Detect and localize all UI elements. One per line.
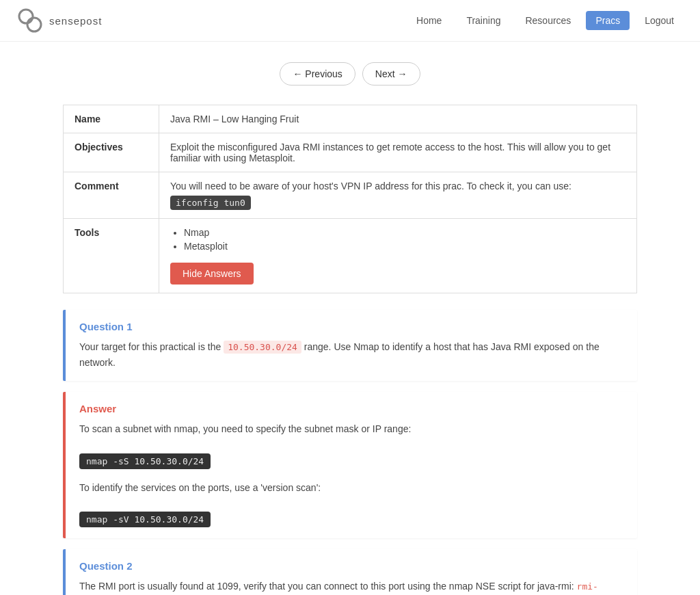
question-1-title: Question 1 — [79, 321, 623, 332]
svg-point-0 — [19, 10, 33, 23]
navbar: sensepost Home Training Resources Pracs … — [0, 0, 700, 42]
logo-icon — [16, 7, 44, 34]
name-row: Name Java RMI – Low Hanging Fruit — [64, 105, 637, 133]
comment-label: Comment — [64, 172, 159, 219]
hide-answers-button[interactable]: Hide Answers — [170, 263, 254, 285]
objectives-label: Objectives — [64, 133, 159, 172]
next-button[interactable]: Next → — [362, 62, 420, 85]
tool-nmap: Nmap — [184, 227, 625, 238]
question-2-text: The RMI port is usually found at 1099, v… — [79, 579, 623, 595]
info-table: Name Java RMI – Low Hanging Fruit Object… — [63, 105, 637, 293]
tools-value: Nmap Metasploit Hide Answers — [159, 219, 637, 293]
nav-home[interactable]: Home — [407, 11, 451, 30]
tools-label: Tools — [64, 219, 159, 293]
main-content: ← Previous Next → Name Java RMI – Low Ha… — [49, 42, 651, 595]
nav-training[interactable]: Training — [457, 11, 510, 30]
question-1-block: Question 1 Your target for this practica… — [63, 310, 637, 381]
logo-text: sensepost — [49, 15, 102, 27]
tools-list: Nmap Metasploit — [170, 227, 625, 252]
nav-pracs[interactable]: Pracs — [586, 11, 630, 30]
tool-metasploit: Metasploit — [184, 241, 625, 252]
tools-row: Tools Nmap Metasploit Hide Answers — [64, 219, 637, 293]
answer-1-title: Answer — [79, 403, 623, 414]
nav-resources[interactable]: Resources — [515, 11, 580, 30]
question-1-text: Your target for this practical is the 10… — [79, 339, 623, 370]
comment-row: Comment You will need to be aware of you… — [64, 172, 637, 219]
logo: sensepost — [16, 7, 102, 34]
name-value: Java RMI – Low Hanging Fruit — [159, 105, 637, 133]
answer-1-text1: To scan a subnet with nmap, you need to … — [79, 421, 623, 436]
objectives-value: Exploit the misconfigured Java RMI insta… — [159, 133, 637, 172]
question-1-highlight: 10.50.30.0/24 — [224, 341, 301, 354]
comment-value: You will need to be aware of your host's… — [159, 172, 637, 219]
nav-links: Home Training Resources Pracs Logout — [407, 11, 684, 30]
prev-button[interactable]: ← Previous — [280, 62, 355, 85]
answer-1-code1: nmap -sS 10.50.30.0/24 — [79, 453, 211, 469]
name-label: Name — [64, 105, 159, 133]
question-2-block: Question 2 The RMI port is usually found… — [63, 549, 637, 595]
answer-1-block: Answer To scan a subnet with nmap, you n… — [63, 392, 637, 538]
pagination: ← Previous Next → — [63, 62, 637, 85]
objectives-row: Objectives Exploit the misconfigured Jav… — [64, 133, 637, 172]
svg-point-1 — [27, 18, 41, 31]
answer-1-code2: nmap -sV 10.50.30.0/24 — [79, 512, 211, 527]
comment-code: ifconfig tun0 — [170, 196, 251, 210]
question-2-title: Question 2 — [79, 560, 623, 572]
nav-logout[interactable]: Logout — [635, 11, 684, 30]
answer-1-text2: To identify the services on the ports, u… — [79, 480, 623, 495]
